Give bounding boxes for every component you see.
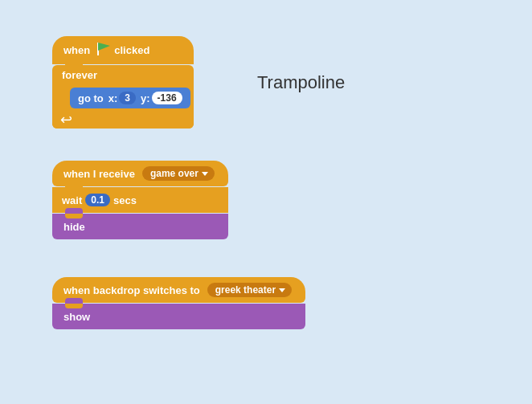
wait-value[interactable]: 0.1 <box>85 194 110 206</box>
backdrop-switches-block: when backdrop switches to greek theater <box>52 277 305 303</box>
show-label: show <box>63 311 90 323</box>
forever-block: forever go to x: 3 y: -136 ↩ <box>52 65 194 129</box>
forever-bottom: ↩ <box>52 111 194 129</box>
when-label: when <box>63 44 90 56</box>
show-block: show <box>52 304 305 329</box>
svg-marker-1 <box>98 43 110 51</box>
game-over-dropdown[interactable]: game over <box>142 166 215 181</box>
group1-when-clicked: when clicked forever go to x: 3 y: <box>52 36 194 129</box>
flag-icon <box>96 42 112 59</box>
when-receive-label: when I receive <box>63 168 135 180</box>
dropdown-arrow-icon <box>202 172 208 176</box>
wait-label: wait <box>62 194 82 206</box>
hide-label: hide <box>63 221 85 233</box>
y-label: y: <box>141 92 150 104</box>
game-over-value: game over <box>150 168 198 179</box>
secs-label: secs <box>113 194 137 206</box>
goto-label: go to <box>78 92 104 104</box>
greek-theater-dropdown[interactable]: greek theater <box>207 283 292 297</box>
x-label: x: <box>108 92 118 104</box>
clicked-label: clicked <box>114 44 149 56</box>
dropdown-arrow-icon2 <box>279 288 285 292</box>
greek-theater-value: greek theater <box>215 284 276 296</box>
y-value[interactable]: -136 <box>152 92 182 104</box>
group3-backdrop: when backdrop switches to greek theater … <box>52 277 305 329</box>
goto-block: go to x: 3 y: -136 <box>70 88 190 108</box>
group2-game-over: when I receive game over wait 0.1 secs h… <box>52 161 228 239</box>
backdrop-label: when backdrop switches to <box>63 284 200 296</box>
x-value[interactable]: 3 <box>119 92 136 104</box>
sprite-name: Trampoline <box>257 72 345 93</box>
